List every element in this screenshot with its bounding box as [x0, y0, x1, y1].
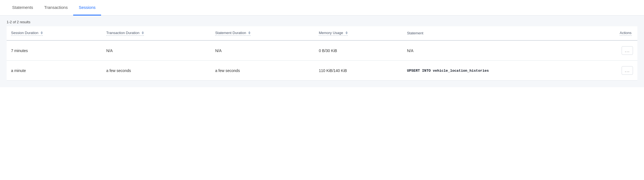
sort-icon-statement-duration [248, 31, 250, 34]
cell-memory-usage-0: 0 B/30 KiB [314, 40, 402, 61]
statement-text-1: UPSERT INTO vehicle_location_histories [407, 69, 489, 73]
cell-actions-0: ... [615, 40, 637, 61]
sort-icon-transaction-duration [142, 31, 144, 34]
tab-statements[interactable]: Statements [7, 0, 39, 16]
col-header-session-duration-label: Session Duration [11, 31, 38, 35]
cell-statement-duration-1: a few seconds [211, 61, 314, 81]
cell-memory-usage-1: 110 KiB/140 KiB [314, 61, 402, 81]
col-header-transaction-duration-label: Transaction Duration [106, 31, 139, 35]
col-header-statement-duration-label: Statement Duration [215, 31, 246, 35]
tabs-nav: Statements Transactions Sessions [0, 0, 644, 16]
col-header-memory-usage[interactable]: Memory Usage [314, 26, 402, 40]
tab-sessions[interactable]: Sessions [73, 0, 101, 16]
sessions-table: Session Duration Transaction Duration [7, 26, 637, 81]
col-header-actions: Actions [615, 26, 637, 40]
results-count: 1-2 of 2 results [0, 16, 644, 26]
table-row: 7 minutes N/A N/A 0 B/30 KiB N/A ... [7, 40, 637, 61]
sort-icon-memory-usage [345, 31, 348, 34]
col-header-statement: Statement [403, 26, 615, 40]
col-header-session-duration[interactable]: Session Duration [7, 26, 102, 40]
tab-transactions[interactable]: Transactions [39, 0, 73, 16]
cell-statement-1: UPSERT INTO vehicle_location_histories [403, 61, 615, 81]
cell-session-duration-0: 7 minutes [7, 40, 102, 61]
cell-statement-duration-0: N/A [211, 40, 314, 61]
table-row: a minute a few seconds a few seconds 110… [7, 61, 637, 81]
actions-menu-button-0[interactable]: ... [622, 46, 633, 55]
cell-transaction-duration-0: N/A [102, 40, 211, 61]
cell-statement-0: N/A [403, 40, 615, 61]
col-header-transaction-duration[interactable]: Transaction Duration [102, 26, 211, 40]
cell-transaction-duration-1: a few seconds [102, 61, 211, 81]
col-header-actions-label: Actions [620, 31, 632, 35]
cell-session-duration-1: a minute [7, 61, 102, 81]
main-container: Statements Transactions Sessions 1-2 of … [0, 0, 644, 180]
sort-icon-session-duration [41, 31, 43, 34]
cell-actions-1: ... [615, 61, 637, 81]
actions-menu-button-1[interactable]: ... [622, 66, 633, 75]
col-header-statement-label: Statement [407, 31, 423, 35]
col-header-statement-duration[interactable]: Statement Duration [211, 26, 314, 40]
table-area: Session Duration Transaction Duration [0, 26, 644, 87]
col-header-memory-usage-label: Memory Usage [319, 31, 343, 35]
table-header-row: Session Duration Transaction Duration [7, 26, 637, 40]
